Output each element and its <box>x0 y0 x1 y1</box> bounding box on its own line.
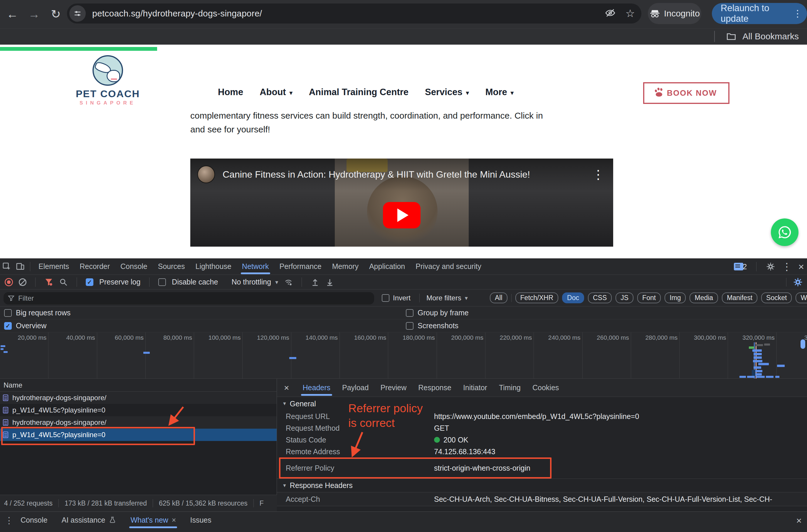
tab-privacy-and-security[interactable]: Privacy and security <box>410 259 487 275</box>
drawer-tab-whats-new[interactable]: What's new × <box>130 512 176 528</box>
chip-js[interactable]: JS <box>616 292 634 303</box>
preserve-log-checkbox[interactable] <box>86 278 93 286</box>
video-title[interactable]: Canine Fitness in Action: Hydrotherapy &… <box>223 169 530 180</box>
name-column-header[interactable]: Name <box>0 379 277 392</box>
chevron-down-icon: ▾ <box>466 89 469 96</box>
video-menu-icon[interactable]: ⋮ <box>592 167 604 182</box>
channel-avatar[interactable] <box>198 166 215 183</box>
whatsapp-float-button[interactable] <box>771 218 799 246</box>
field-label: Request Method <box>286 424 434 433</box>
network-conditions-icon[interactable] <box>284 278 293 287</box>
youtube-embed[interactable]: Canine Fitness in Action: Hydrotherapy &… <box>190 158 613 247</box>
tab-timing[interactable]: Timing <box>499 379 521 397</box>
export-har-icon[interactable] <box>325 278 334 287</box>
nav-home[interactable]: Home <box>218 87 243 97</box>
close-devtools-icon[interactable]: × <box>798 261 804 272</box>
search-icon[interactable] <box>59 278 68 287</box>
tab-lighthouse[interactable]: Lighthouse <box>190 259 237 275</box>
drawer-menu-icon[interactable]: ⋮ <box>5 515 14 526</box>
chip-fetch-xhr[interactable]: Fetch/XHR <box>515 292 558 303</box>
settings-gear-icon[interactable] <box>766 262 775 271</box>
inspect-element-icon[interactable] <box>0 262 14 271</box>
tab-console[interactable]: Console <box>115 259 153 275</box>
chip-img[interactable]: Img <box>664 292 686 303</box>
drawer-tab-console[interactable]: Console <box>21 512 48 528</box>
tab-network[interactable]: Network <box>237 259 274 275</box>
tab-headers[interactable]: Headers <box>303 379 331 397</box>
tab-response[interactable]: Response <box>418 379 451 397</box>
forward-button[interactable]: → <box>27 7 41 21</box>
tab-memory[interactable]: Memory <box>327 259 364 275</box>
chip-css[interactable]: CSS <box>588 292 612 303</box>
tab-application[interactable]: Application <box>364 259 410 275</box>
book-now-button[interactable]: BOOK NOW <box>643 82 730 104</box>
device-toolbar-icon[interactable] <box>14 262 27 271</box>
url-text: petcoach.sg/hydrotherapy-dogs-singapore/ <box>92 8 262 19</box>
play-button[interactable] <box>383 202 420 228</box>
nav-animal-training-centre[interactable]: Animal Training Centre <box>309 87 409 97</box>
group-by-frame-checkbox[interactable] <box>406 309 413 317</box>
preserve-log-label: Preserve log <box>99 278 140 286</box>
site-logo[interactable]: PET COACH SINGAPORE <box>74 55 142 106</box>
tab-preview[interactable]: Preview <box>380 379 407 397</box>
tab-sources[interactable]: Sources <box>153 259 190 275</box>
import-har-icon[interactable] <box>311 278 320 287</box>
general-section-header[interactable]: ▼ General <box>277 397 807 411</box>
site-settings-icon[interactable] <box>69 5 86 22</box>
hide-eye-icon[interactable] <box>605 7 616 19</box>
throttling-dropdown[interactable]: No throttling ▾ <box>231 278 278 286</box>
bookmark-star-icon[interactable]: ☆ <box>625 7 635 20</box>
kebab-menu-icon[interactable]: ⋮ <box>782 261 792 272</box>
record-network-log-button[interactable] <box>5 278 13 286</box>
drawer-tab-issues[interactable]: Issues <box>190 512 211 528</box>
chip-media[interactable]: Media <box>690 292 718 303</box>
request-row[interactable]: p_W1d_4WL5c?playsinline=0 <box>0 404 277 416</box>
clear-network-log-button[interactable] <box>19 278 26 286</box>
screenshots-checkbox[interactable] <box>406 322 413 330</box>
drawer-tab-ai-assistance[interactable]: AI assistance <box>62 512 117 528</box>
tab-cookies[interactable]: Cookies <box>532 379 559 397</box>
disable-cache-checkbox[interactable] <box>158 278 166 286</box>
chip-wasm[interactable]: Wasm <box>795 292 807 303</box>
big-request-rows-checkbox[interactable] <box>4 309 12 317</box>
document-icon <box>3 419 8 426</box>
filter-funnel-icon[interactable] <box>44 278 53 287</box>
console-messages-button[interactable]: 2 <box>734 263 747 271</box>
filter-input[interactable] <box>18 294 356 302</box>
network-settings-gear-icon[interactable] <box>793 277 803 288</box>
chip-manifest[interactable]: Manifest <box>722 292 757 303</box>
relaunch-menu-icon[interactable]: ⋮ <box>793 9 802 18</box>
back-button[interactable]: ← <box>5 7 19 21</box>
nav-more[interactable]: More ▾ <box>485 87 514 97</box>
nav-services[interactable]: Services ▾ <box>425 87 469 97</box>
tab-recorder[interactable]: Recorder <box>74 259 115 275</box>
overview-checkbox[interactable] <box>4 322 12 330</box>
tab-payload[interactable]: Payload <box>342 379 369 397</box>
chip-doc[interactable]: Doc <box>562 292 584 303</box>
relaunch-to-update-button[interactable]: Relaunch to update ⋮ <box>712 3 807 24</box>
close-details-icon[interactable]: × <box>284 383 289 393</box>
request-row[interactable]: hydrotherapy-dogs-singapore/ <box>0 392 277 404</box>
all-bookmarks-button[interactable]: All Bookmarks <box>714 31 799 42</box>
chip-all[interactable]: All <box>490 292 507 303</box>
invert-checkbox[interactable] <box>382 294 389 302</box>
close-tab-icon[interactable]: × <box>172 516 176 525</box>
chip-socket[interactable]: Socket <box>761 292 792 303</box>
filter-funnel-icon <box>7 295 15 302</box>
devtools-drawer: ⋮ Console AI assistance What's new × Iss… <box>0 511 807 532</box>
tab-performance[interactable]: Performance <box>274 259 327 275</box>
reload-button[interactable]: ↻ <box>49 7 63 21</box>
tab-elements[interactable]: Elements <box>33 259 74 275</box>
logo-image <box>93 55 123 86</box>
close-drawer-icon[interactable]: × <box>796 515 802 526</box>
request-row[interactable]: hydrotherapy-dogs-singapore/ <box>0 416 277 429</box>
request-row-selected[interactable]: p_W1d_4WL5c?playsinline=0 <box>0 429 277 441</box>
nav-about[interactable]: About ▾ <box>260 87 293 97</box>
more-filters-dropdown[interactable]: More filters ▾ <box>426 294 468 302</box>
response-headers-section-header[interactable]: ▼ Response Headers <box>277 479 807 492</box>
address-bar[interactable]: petcoach.sg/hydrotherapy-dogs-singapore/… <box>67 3 641 23</box>
chip-font[interactable]: Font <box>637 292 661 303</box>
network-overview-timeline[interactable]: 20,000 ms 40,000 ms 60,000 ms 80,000 ms … <box>0 332 807 379</box>
tab-initiator[interactable]: Initiator <box>463 379 487 397</box>
filter-input-wrap[interactable] <box>3 292 374 304</box>
